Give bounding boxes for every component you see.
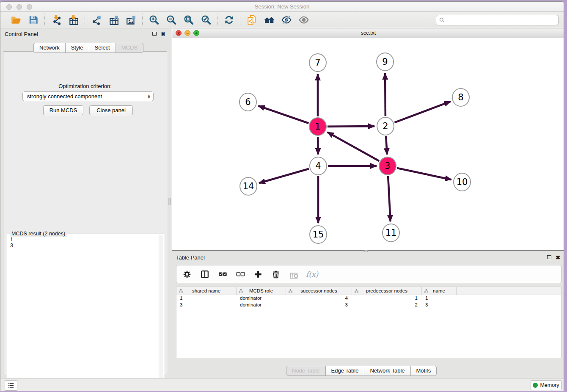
- close-panel-button[interactable]: Close panel: [89, 105, 133, 115]
- graph-node-4[interactable]: 4: [309, 157, 327, 175]
- export-image-button[interactable]: [125, 14, 137, 26]
- import-network-button[interactable]: [50, 14, 62, 26]
- table-cell[interactable]: 3: [422, 302, 457, 309]
- criterion-dropdown[interactable]: strongly connected component ▲▼: [22, 91, 154, 101]
- table-row[interactable]: 3dominator323: [176, 302, 561, 309]
- edge-4-14[interactable]: [259, 169, 309, 183]
- column-header-predecessor-nodes[interactable]: predecessor nodes: [352, 287, 422, 295]
- graph-node-14[interactable]: 14: [239, 177, 257, 196]
- open-file-icon: [11, 14, 22, 25]
- edge-1-2[interactable]: [328, 126, 374, 127]
- column-header-MCDS-role[interactable]: MCDS role: [237, 287, 286, 295]
- search-box[interactable]: [436, 15, 559, 25]
- mcds-result-text[interactable]: 1 3: [8, 236, 159, 391]
- edge-2-9[interactable]: [385, 73, 385, 116]
- close-table-panel-icon[interactable]: ✖: [556, 254, 560, 261]
- zoom-fit-button[interactable]: [183, 14, 194, 26]
- edge-3-10[interactable]: [397, 168, 451, 179]
- tab-network[interactable]: Network: [33, 43, 66, 53]
- trash-button[interactable]: [270, 269, 281, 280]
- search-area: [436, 15, 559, 25]
- network-canvas[interactable]: 7968124314101511: [172, 38, 564, 250]
- deselect-all-button[interactable]: [235, 269, 246, 280]
- float-panel-icon[interactable]: [152, 31, 157, 37]
- memory-button[interactable]: Memory: [531, 380, 561, 390]
- network-minimize-icon[interactable]: –: [184, 30, 190, 36]
- table-cell[interactable]: 1: [422, 295, 457, 302]
- show-panels-button[interactable]: [5, 380, 17, 391]
- columns-button[interactable]: [199, 269, 210, 280]
- show-eye-button[interactable]: [298, 14, 309, 26]
- hide-eye-button[interactable]: [281, 14, 292, 26]
- table-cell[interactable]: 3: [286, 302, 352, 309]
- network-close-icon[interactable]: x: [176, 30, 182, 36]
- save-session-button[interactable]: [28, 14, 39, 26]
- delete-table-button[interactable]: [288, 269, 299, 280]
- edge-1-6[interactable]: [259, 106, 309, 123]
- table-cell[interactable]: 3: [176, 302, 237, 309]
- table-cell[interactable]: 2: [352, 302, 422, 309]
- graph-node-7[interactable]: 7: [309, 53, 327, 72]
- import-table-button[interactable]: [68, 14, 79, 26]
- tab-style[interactable]: Style: [65, 43, 89, 53]
- graph-node-3[interactable]: 3: [379, 157, 396, 175]
- graph-node-9[interactable]: 9: [376, 52, 394, 71]
- tab-node-table[interactable]: Node Table: [286, 366, 326, 376]
- graph-node-8[interactable]: 8: [452, 88, 470, 107]
- gear-button[interactable]: [182, 269, 193, 280]
- function-builder-button[interactable]: f(x): [306, 270, 318, 279]
- tab-network-table[interactable]: Network Table: [364, 366, 410, 376]
- refresh-button[interactable]: [223, 14, 234, 26]
- network-window-titlebar[interactable]: x – + scc.txt: [172, 28, 564, 38]
- table-cell[interactable]: dominator: [237, 295, 286, 302]
- close-panel-icon[interactable]: ✖: [161, 31, 165, 37]
- network-window-title: scc.txt: [361, 30, 376, 36]
- select-all-button[interactable]: [217, 269, 228, 280]
- result-scrollbar[interactable]: [159, 235, 163, 391]
- table-row[interactable]: 1dominator411: [176, 295, 561, 302]
- zoom-out-button[interactable]: [165, 14, 177, 26]
- export-table-button[interactable]: [108, 14, 119, 26]
- table-cell[interactable]: 1: [352, 295, 422, 302]
- window-zoom-button[interactable]: [27, 4, 32, 10]
- tab-edge-table[interactable]: Edge Table: [325, 366, 365, 376]
- node-table[interactable]: shared nameMCDS rolesuccessor nodesprede…: [176, 287, 561, 358]
- table-cell[interactable]: 1: [176, 295, 237, 302]
- splitter-grip-vertical[interactable]: [168, 199, 171, 204]
- network-maximize-icon[interactable]: +: [193, 30, 199, 36]
- column-header-shared-name[interactable]: shared name: [176, 287, 237, 295]
- graph-node-10[interactable]: 10: [453, 173, 471, 191]
- tab-motifs[interactable]: Motifs: [410, 366, 437, 376]
- add-button[interactable]: [253, 269, 264, 280]
- criterion-dropdown-value: strongly connected component: [27, 93, 102, 99]
- float-table-panel-icon[interactable]: [547, 254, 551, 260]
- edge-3-11[interactable]: [388, 176, 391, 221]
- edge-2-8[interactable]: [394, 102, 450, 123]
- zoom-in-button[interactable]: [148, 14, 160, 26]
- column-header-successor-nodes[interactable]: successor nodes: [286, 287, 352, 295]
- share-session-button[interactable]: [246, 14, 257, 26]
- open-file-button[interactable]: [10, 14, 22, 26]
- tab-mcds[interactable]: MCDS: [116, 43, 143, 53]
- table-cell[interactable]: 4: [286, 295, 352, 302]
- edge-2-3[interactable]: [386, 136, 387, 155]
- export-network-button[interactable]: [91, 14, 102, 26]
- edge-3-1[interactable]: [328, 132, 379, 161]
- list-icon: [8, 382, 15, 389]
- graph-node-15[interactable]: 15: [309, 225, 327, 244]
- home-button[interactable]: [263, 14, 275, 26]
- column-header-name[interactable]: name: [422, 287, 457, 295]
- tree-icon: [354, 289, 359, 293]
- graph-node-6[interactable]: 6: [239, 93, 257, 111]
- window-close-button[interactable]: [6, 4, 12, 10]
- search-input[interactable]: [445, 16, 558, 25]
- application-window: Session: New Session Control Panel ✖ Net…: [0, 1, 564, 391]
- zoom-selected-button[interactable]: [200, 14, 212, 26]
- graph-node-2[interactable]: 2: [377, 117, 394, 135]
- graph-node-11[interactable]: 11: [382, 224, 400, 242]
- run-mcds-button[interactable]: Run MCDS: [43, 105, 83, 115]
- graph-node-1[interactable]: 1: [309, 117, 327, 136]
- window-minimize-button[interactable]: [17, 4, 22, 10]
- table-cell[interactable]: dominator: [237, 302, 286, 309]
- tab-select[interactable]: Select: [89, 43, 116, 53]
